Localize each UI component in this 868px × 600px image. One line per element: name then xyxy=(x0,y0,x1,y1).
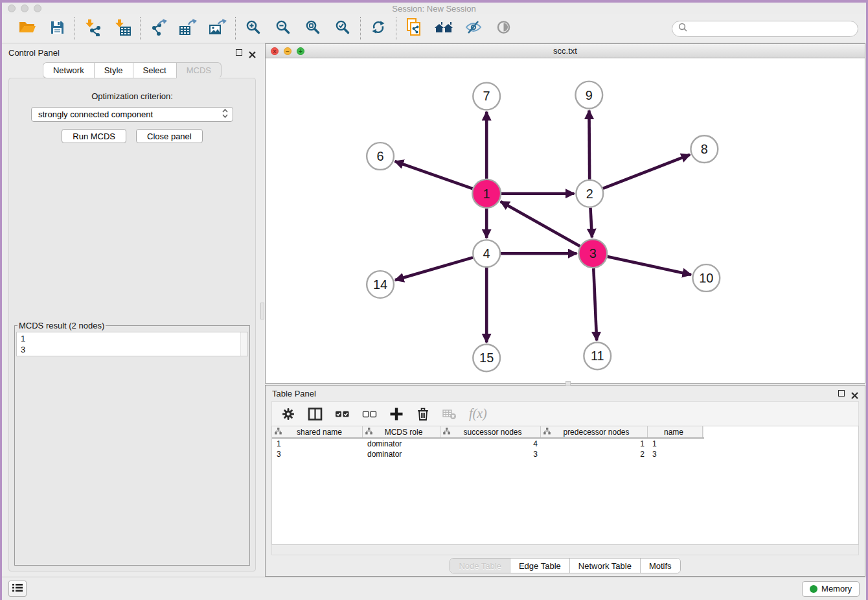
edge-2-8[interactable] xyxy=(603,155,690,189)
column-header-predecessor-nodes[interactable]: predecessor nodes xyxy=(541,426,648,437)
control-panel: Control Panel Network Style Select MCDS … xyxy=(2,43,262,577)
export-network-button[interactable] xyxy=(148,19,168,38)
tab-style[interactable]: Style xyxy=(94,62,133,78)
mcds-result-box[interactable]: 13 xyxy=(16,332,248,356)
refresh-button[interactable] xyxy=(369,19,388,38)
hide-selected-button[interactable] xyxy=(464,19,483,38)
save-session-button[interactable] xyxy=(47,19,67,38)
import-network-button[interactable] xyxy=(83,19,102,38)
tab-select[interactable]: Select xyxy=(133,62,176,78)
tab-mcds[interactable]: MCDS xyxy=(176,62,222,78)
table-cell[interactable]: dominator xyxy=(363,439,440,448)
status-bar: Memory xyxy=(2,577,866,600)
main-area: Control Panel Network Style Select MCDS … xyxy=(2,43,866,577)
zoom-selected-icon xyxy=(335,19,350,38)
result-scrollbar[interactable] xyxy=(240,332,247,356)
column-header-shared-name[interactable]: shared name xyxy=(272,426,363,437)
table-cell[interactable]: 1 xyxy=(272,439,363,448)
table-cell[interactable]: 2 xyxy=(541,450,648,459)
import-table-icon xyxy=(114,19,131,39)
zoom-fit-button[interactable] xyxy=(303,19,323,38)
tab-network-table[interactable]: Network Table xyxy=(570,559,641,573)
table-cell[interactable]: 3 xyxy=(272,450,363,459)
horizontal-splitter-handle[interactable] xyxy=(565,381,571,386)
function-builder-button[interactable]: f(x) xyxy=(469,406,487,421)
memory-button[interactable]: Memory xyxy=(802,581,860,597)
select-all-button[interactable] xyxy=(335,407,350,421)
tab-node-table[interactable]: Node Table xyxy=(450,559,510,573)
export-table-button[interactable] xyxy=(178,19,198,38)
node-label-15: 15 xyxy=(479,351,494,365)
delete-column-button[interactable] xyxy=(416,407,430,421)
edge-2-9[interactable] xyxy=(589,110,589,179)
node-table[interactable]: shared nameMCDS rolesuccessor nodesprede… xyxy=(271,426,859,545)
column-header-MCDS-role[interactable]: MCDS role xyxy=(363,426,440,437)
delete-table-button[interactable] xyxy=(442,408,457,421)
tab-motifs[interactable]: Motifs xyxy=(641,559,680,573)
node-label-2: 2 xyxy=(586,187,593,201)
edge-1-6[interactable] xyxy=(395,161,473,189)
zoom-out-icon xyxy=(275,19,291,38)
column-header-successor-nodes[interactable]: successor nodes xyxy=(440,426,541,437)
edge-2-3[interactable] xyxy=(590,208,591,238)
criterion-value: strongly connected component xyxy=(38,110,221,119)
tab-edge-table[interactable]: Edge Table xyxy=(510,559,570,573)
create-column-button[interactable] xyxy=(389,407,404,421)
open-session-button[interactable] xyxy=(17,19,37,38)
homes-icon xyxy=(434,19,453,38)
import-table-button[interactable] xyxy=(113,19,132,38)
table-cell[interactable]: 1 xyxy=(648,439,703,448)
export-image-button[interactable] xyxy=(208,19,227,38)
task-history-button[interactable] xyxy=(8,581,27,597)
edge-3-11[interactable] xyxy=(593,268,597,340)
close-panel-icon[interactable] xyxy=(249,49,256,56)
zoom-in-button[interactable] xyxy=(244,19,263,38)
export-table-icon xyxy=(179,19,197,39)
table-cell[interactable]: 3 xyxy=(648,450,703,459)
zoom-selected-button[interactable] xyxy=(333,19,352,38)
toolbar-search[interactable] xyxy=(672,21,858,37)
table-panel: Table Panel f(x) xyxy=(265,385,865,577)
criterion-select[interactable]: strongly connected component xyxy=(31,107,233,122)
search-input[interactable] xyxy=(691,24,852,34)
zoom-fit-icon xyxy=(305,19,321,38)
eye-slash-icon xyxy=(465,19,482,38)
table-cell[interactable]: 4 xyxy=(440,439,541,448)
table-row[interactable]: 3dominator323 xyxy=(272,449,858,459)
first-neighbors-button[interactable] xyxy=(434,19,453,38)
control-panel-title: Control Panel xyxy=(8,48,60,58)
horizontal-splitter[interactable] xyxy=(265,384,865,385)
zoom-out-button[interactable] xyxy=(273,19,293,38)
edge-3-1[interactable] xyxy=(501,202,580,246)
close-panel-button[interactable]: Close panel xyxy=(136,129,203,143)
edge-3-10[interactable] xyxy=(608,257,691,275)
network-canvas[interactable]: 7968124314101511 xyxy=(266,58,865,383)
control-panel-tabs: Network Style Select MCDS xyxy=(8,62,256,78)
show-all-button[interactable] xyxy=(494,19,513,38)
edge-4-14[interactable] xyxy=(395,257,473,280)
run-mcds-button[interactable]: Run MCDS xyxy=(62,129,126,143)
table-settings-button[interactable] xyxy=(281,407,295,421)
table-cell[interactable]: 3 xyxy=(440,450,541,459)
node-label-10: 10 xyxy=(699,271,713,285)
network-graph[interactable]: 7968124314101511 xyxy=(266,58,865,383)
copy-network-style-button[interactable] xyxy=(404,19,424,38)
close-table-panel-icon[interactable] xyxy=(851,390,858,397)
show-columns-button[interactable] xyxy=(308,407,323,421)
panel-splitter-handle[interactable] xyxy=(260,303,264,319)
node-label-7: 7 xyxy=(483,89,490,104)
node-label-3: 3 xyxy=(589,246,597,260)
deselect-all-button[interactable] xyxy=(362,407,377,421)
tab-network[interactable]: Network xyxy=(43,62,94,78)
column-header-name[interactable]: name xyxy=(648,426,703,437)
window-titlebar: Session: New Session xyxy=(2,3,866,14)
import-network-icon xyxy=(84,19,102,39)
float-panel-icon[interactable] xyxy=(236,49,242,56)
float-table-panel-icon[interactable] xyxy=(838,390,845,397)
table-cell[interactable]: 1 xyxy=(541,439,648,448)
node-label-11: 11 xyxy=(591,349,604,363)
table-row[interactable]: 1dominator411 xyxy=(272,439,858,449)
node-label-4: 4 xyxy=(483,246,490,260)
save-floppy-icon xyxy=(50,20,65,38)
table-cell[interactable]: dominator xyxy=(363,450,440,459)
